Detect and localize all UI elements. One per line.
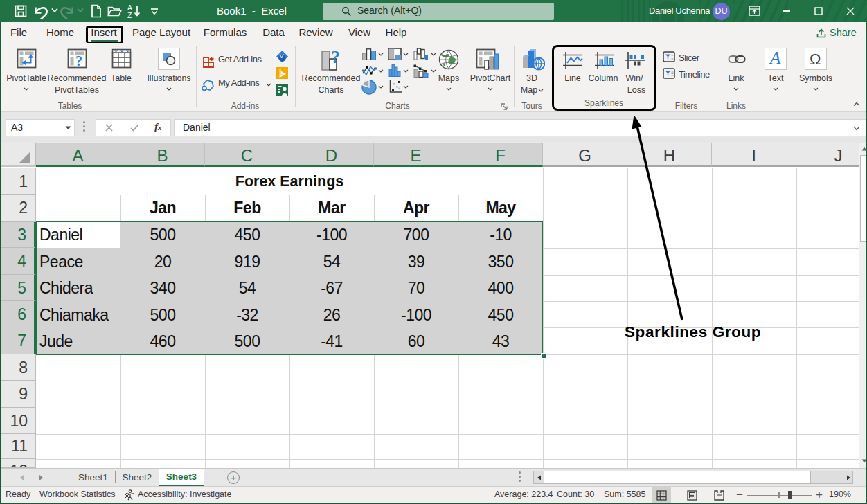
svg-text:Z: Z (127, 11, 132, 19)
svg-text:?: ? (75, 53, 82, 69)
svg-text:V: V (280, 53, 284, 60)
